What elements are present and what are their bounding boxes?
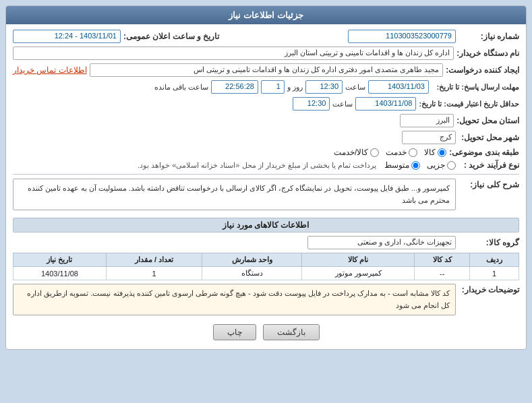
ostan-label: استان محل تحویل: xyxy=(456,116,519,125)
buyer-notes-label: توضیحات خریدار: xyxy=(459,285,519,294)
cell-tedad: 1 xyxy=(106,267,202,280)
tabaqebandi-row: طبقه بندی موضوعی: کالا خدمت کالا/خدمت xyxy=(13,148,519,157)
mohlat-saat-label: ساعت xyxy=(345,83,365,92)
nofarayand-jozi-label: جزیی xyxy=(427,160,445,170)
shomare-niaz-label: شماره نیاز: xyxy=(459,32,519,41)
shomare-niaz-value: 1103003523000779 xyxy=(348,30,456,43)
sharh-label: شرح کلی نیاز: xyxy=(459,180,519,189)
tabaqebandi-radio-group: کالا خدمت کالا/خدمت xyxy=(334,148,446,157)
nofarayand-mota-label: متوسط xyxy=(384,160,409,170)
ijadkonande-value: مجید طاهری متصدی امور دفتری اداره کل زند… xyxy=(90,63,444,77)
tabaqebandi-kala[interactable]: کالا xyxy=(424,148,446,157)
hadaksar-date: 1403/11/08 xyxy=(355,97,416,111)
ijadkonande-label: ایجاد کننده درخواست: xyxy=(446,65,519,75)
products-table: ردیف کد کالا نام کالا واحد شمارش تعداد /… xyxy=(13,253,519,280)
tabaqebandi-kala-khadamat-radio[interactable] xyxy=(370,148,379,157)
group-kala-value: تجهیزات خانگی، اداری و صنعتی xyxy=(307,236,456,249)
sharh-value: کمپرسور و... طبق فایل پیوست، تحویل در نم… xyxy=(13,179,456,210)
cell-radif: 1 xyxy=(469,267,519,280)
page-title: جزئیات اطلاعات نیاز xyxy=(229,10,303,20)
mohlat-countdown: 22:56:28 xyxy=(211,80,258,94)
nofarayand-mota[interactable]: متوسط xyxy=(384,160,420,170)
cell-vahed: دستگاه xyxy=(202,267,302,280)
tabaqebandi-label: طبقه بندی موضوعی: xyxy=(449,148,519,157)
group-kala-row: گروه کالا: تجهیزات خانگی، اداری و صنعتی xyxy=(13,236,519,249)
group-kala-label: گروه کالا: xyxy=(459,238,519,247)
card-header: جزئیات اطلاعات نیاز xyxy=(6,6,526,24)
kala-info-title: اطلاعات کالاهای مورد نیاز xyxy=(13,218,519,232)
col-tedad: تعداد / مقدار xyxy=(106,253,202,267)
namdastgah-value: اداره کل زندان ها و اقدامات تامینی و ترب… xyxy=(13,46,454,60)
col-radif: ردیف xyxy=(469,253,519,267)
ettelaat-tamas-link[interactable]: اطلاعات تماس خریدار xyxy=(13,65,87,75)
divider-1 xyxy=(13,174,519,175)
tabaqebandi-kala-khadamat[interactable]: کالا/خدمت xyxy=(334,148,379,157)
hadaksar-label: حداقل تاریخ اعتبار قیمت: تا تاریخ: xyxy=(419,100,519,108)
table-header-row: ردیف کد کالا نام کالا واحد شمارش تعداد /… xyxy=(13,253,519,267)
nofarayand-row: نوع فرآیند خرید : جزیی متوسط پرداخت تمام… xyxy=(13,160,519,170)
info-card: جزئیات اطلاعات نیاز شماره نیاز: 11030035… xyxy=(5,5,527,350)
mohlat-row: مهلت ارسال پاسخ: تا تاریخ: 1403/11/03 سا… xyxy=(13,80,519,94)
back-button[interactable]: بازگشت xyxy=(263,324,320,340)
nofarayand-mota-radio[interactable] xyxy=(411,161,420,170)
mohlat-suffix: ساعت باقی مانده xyxy=(154,83,208,92)
sharh-row: شرح کلی نیاز: کمپرسور و... طبق فایل پیوس… xyxy=(13,179,519,214)
ijadkonande-row: ایجاد کننده درخواست: مجید طاهری متصدی ام… xyxy=(13,63,519,77)
buyer-notes-row: توضیحات خریدار: کد کالا مشابه است - به م… xyxy=(13,284,519,319)
main-container: جزئیات اطلاعات نیاز شماره نیاز: 11030035… xyxy=(0,0,532,403)
buttons-row: بازگشت چاپ xyxy=(13,324,519,344)
tabaqebandi-khadamat[interactable]: خدمت xyxy=(386,148,417,157)
cell-nam-kala: کمپرسور موتور xyxy=(302,267,415,280)
tabaqebandi-kala-khadamat-label: کالا/خدمت xyxy=(334,148,368,157)
table-row: 1 -- کمپرسور موتور دستگاه 1 1403/11/08 xyxy=(13,267,519,280)
col-kod-kala: کد کالا xyxy=(415,253,470,267)
nofarayand-label: نوع فرآیند خرید : xyxy=(459,160,519,170)
hadaksar-time: 12:30 xyxy=(293,97,330,111)
shahr-value: کرج xyxy=(402,131,456,144)
nofarayand-jozi[interactable]: جزیی xyxy=(427,160,456,170)
shomare-niaz-row: شماره نیاز: 1103003523000779 تاریخ و ساع… xyxy=(13,30,519,43)
col-vahed: واحد شمارش xyxy=(202,253,302,267)
namdastgah-label: نام دستگاه خریدار: xyxy=(456,49,519,58)
cell-tarikh: 1403/11/08 xyxy=(13,267,107,280)
tabaqebandi-khadamat-label: خدمت xyxy=(386,148,407,157)
print-button[interactable]: چاپ xyxy=(213,324,256,340)
nofarayand-radio-group: جزیی متوسط xyxy=(384,160,456,170)
hadaksar-saat-label: ساعت xyxy=(332,100,353,108)
hadaksar-row: حداقل تاریخ اعتبار قیمت: تا تاریخ: 1403/… xyxy=(13,97,519,111)
mohlat-day: 1 xyxy=(261,80,285,94)
tarikh-saat-value: 1403/11/01 - 12:24 xyxy=(13,30,121,43)
nofarayand-jozi-radio[interactable] xyxy=(447,161,456,170)
buyer-notes-value: کد کالا مشابه است - به مدارک پرداخت در ف… xyxy=(13,284,456,315)
ostan-value: البرز xyxy=(400,114,454,127)
card-body: شماره نیاز: 1103003523000779 تاریخ و ساع… xyxy=(6,24,526,349)
shahr-label: شهر محل تحویل: xyxy=(459,133,519,142)
mohlat-time: 12:30 xyxy=(305,80,343,94)
tarikh-saat-label: تاریخ و ساعت اعلان عمومی: xyxy=(123,32,219,41)
namdastgah-row: نام دستگاه خریدار: اداره کل زندان ها و ا… xyxy=(13,46,519,60)
tabaqebandi-kala-radio[interactable] xyxy=(438,148,446,157)
tabaqebandi-kala-label: کالا xyxy=(424,148,436,157)
cell-kod-kala: -- xyxy=(415,267,470,280)
mohlat-label: مهلت ارسال پاسخ: تا تاریخ: xyxy=(432,83,519,92)
mohlat-date: 1403/11/03 xyxy=(368,80,429,94)
mohlat-roz-label: روز و xyxy=(287,83,303,92)
nofarayand-note: پرداخت تمام یا بخشی از مبلغ خریدار از مح… xyxy=(138,161,376,170)
col-nam-kala: نام کالا xyxy=(302,253,415,267)
ostan-row: استان محل تحویل: البرز xyxy=(13,114,519,127)
col-tarikh: تاریخ نیاز xyxy=(13,253,107,267)
shahr-row: شهر محل تحویل: کرج xyxy=(13,131,519,144)
tabaqebandi-khadamat-radio[interactable] xyxy=(409,148,417,157)
